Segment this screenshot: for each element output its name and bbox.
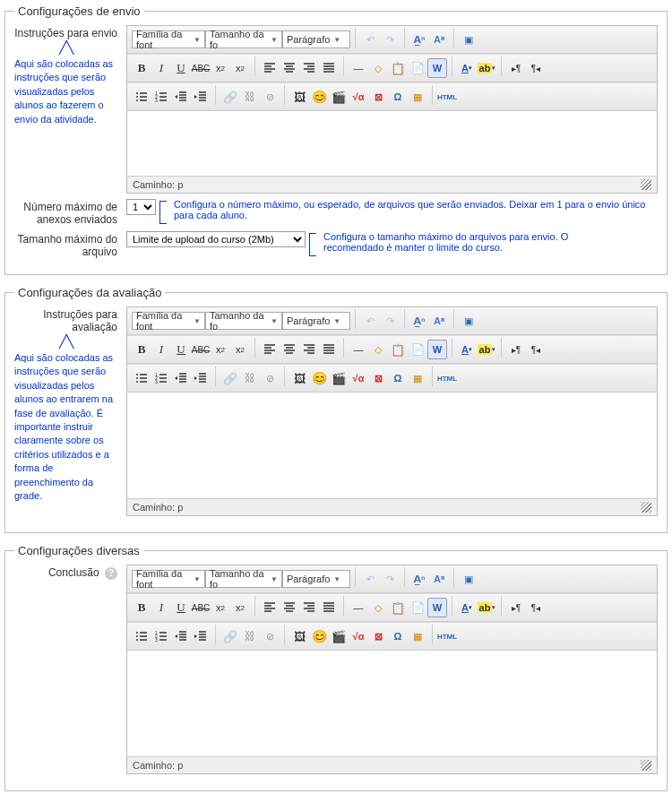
- strikethrough-button[interactable]: ABC: [191, 340, 211, 359]
- align-center-button[interactable]: [280, 340, 299, 359]
- paste-text-button[interactable]: 📄: [408, 598, 427, 617]
- find-button[interactable]: Aᵃ: [429, 30, 449, 49]
- nonbreaking-button[interactable]: ⊠: [368, 87, 388, 107]
- font-family-select[interactable]: Família da font▼: [132, 570, 205, 588]
- subscript-button[interactable]: x2: [211, 598, 230, 617]
- table-button[interactable]: ▦: [408, 87, 427, 107]
- bg-color-button[interactable]: ab▾: [477, 340, 496, 359]
- max-size-select[interactable]: Limite de upload do curso (2Mb): [126, 231, 306, 247]
- find-replace-button[interactable]: A̲ⁿ: [409, 569, 429, 589]
- underline-button[interactable]: U: [171, 598, 191, 617]
- italic-button[interactable]: I: [151, 58, 171, 78]
- indent-button[interactable]: [191, 87, 211, 107]
- format-select[interactable]: Parágrafo▼: [282, 30, 350, 48]
- underline-button[interactable]: U: [171, 340, 191, 359]
- paste-text-button[interactable]: 📄: [408, 340, 427, 359]
- bold-button[interactable]: B: [132, 58, 151, 78]
- ltr-button[interactable]: ▸¶: [506, 58, 526, 78]
- html-button[interactable]: HTML: [437, 368, 457, 388]
- unlink-button[interactable]: ⛓: [240, 87, 260, 107]
- hr-button[interactable]: —: [349, 598, 368, 617]
- italic-button[interactable]: I: [151, 598, 171, 617]
- link-button[interactable]: 🔗: [220, 368, 240, 388]
- find-replace-button[interactable]: A̲ⁿ: [409, 311, 429, 331]
- nolink-button[interactable]: ⊘: [260, 87, 280, 107]
- media-button[interactable]: 🎬: [329, 368, 349, 388]
- nolink-button[interactable]: ⊘: [260, 626, 280, 646]
- align-center-button[interactable]: [280, 598, 299, 617]
- indent-button[interactable]: [191, 626, 211, 646]
- ol-button[interactable]: 123: [151, 368, 171, 388]
- link-button[interactable]: 🔗: [220, 87, 240, 107]
- paste-button[interactable]: 📋: [388, 598, 408, 617]
- equation-button[interactable]: √α: [349, 626, 368, 646]
- bg-color-button[interactable]: ab▾: [477, 58, 496, 78]
- strikethrough-button[interactable]: ABC: [191, 58, 211, 78]
- paste-word-button[interactable]: W: [427, 58, 447, 78]
- superscript-button[interactable]: x2: [230, 598, 250, 617]
- align-left-button[interactable]: [260, 340, 280, 359]
- ul-button[interactable]: [132, 626, 151, 646]
- align-left-button[interactable]: [260, 58, 280, 78]
- rtl-button[interactable]: ¶◂: [526, 58, 546, 78]
- strikethrough-button[interactable]: ABC: [191, 598, 211, 617]
- equation-button[interactable]: √α: [349, 368, 368, 388]
- text-color-button[interactable]: A▾: [457, 340, 477, 359]
- find-button[interactable]: Aᵃ: [429, 311, 449, 331]
- help-icon[interactable]: ?: [105, 567, 117, 580]
- italic-button[interactable]: I: [151, 340, 171, 359]
- hr-button[interactable]: —: [349, 340, 368, 359]
- emoticon-button[interactable]: 😊: [309, 626, 329, 646]
- nonbreaking-button[interactable]: ⊠: [368, 368, 388, 388]
- format-select[interactable]: Parágrafo▼: [282, 312, 350, 330]
- rte-textarea-avaliacao[interactable]: [127, 393, 657, 498]
- text-color-button[interactable]: A▾: [457, 58, 477, 78]
- image-button[interactable]: 🖼: [289, 626, 309, 646]
- emoticon-button[interactable]: 😊: [309, 368, 329, 388]
- align-left-button[interactable]: [260, 598, 280, 617]
- superscript-button[interactable]: x2: [230, 58, 250, 78]
- ol-button[interactable]: 123: [151, 87, 171, 107]
- underline-button[interactable]: U: [171, 58, 191, 78]
- nonbreaking-button[interactable]: ⊠: [368, 626, 388, 646]
- remove-format-button[interactable]: ◇: [368, 340, 388, 359]
- outdent-button[interactable]: [171, 87, 191, 107]
- charmap-button[interactable]: Ω: [388, 626, 408, 646]
- subscript-button[interactable]: x2: [211, 340, 230, 359]
- redo-button[interactable]: ↷: [380, 30, 400, 49]
- media-button[interactable]: 🎬: [329, 87, 349, 107]
- redo-button[interactable]: ↷: [380, 311, 400, 331]
- redo-button[interactable]: ↷: [380, 569, 400, 589]
- superscript-button[interactable]: x2: [230, 340, 250, 359]
- table-button[interactable]: ▦: [408, 368, 427, 388]
- rte-textarea-envio[interactable]: [127, 111, 657, 176]
- align-right-button[interactable]: [299, 340, 319, 359]
- media-button[interactable]: 🎬: [329, 626, 349, 646]
- undo-button[interactable]: ↶: [360, 311, 380, 331]
- rte-textarea-conclusao[interactable]: [127, 651, 657, 756]
- unlink-button[interactable]: ⛓: [240, 368, 260, 388]
- find-button[interactable]: Aᵃ: [429, 569, 449, 589]
- fullscreen-button[interactable]: ▣: [459, 569, 478, 589]
- bg-color-button[interactable]: ab▾: [477, 598, 496, 617]
- align-center-button[interactable]: [280, 58, 299, 78]
- max-files-select[interactable]: 1: [126, 199, 156, 215]
- resize-handle[interactable]: [641, 179, 651, 190]
- find-replace-button[interactable]: A̲ⁿ: [409, 30, 429, 49]
- charmap-button[interactable]: Ω: [388, 87, 408, 107]
- justify-button[interactable]: [319, 598, 339, 617]
- font-size-select[interactable]: Tamanho da fo▼: [205, 570, 282, 588]
- emoticon-button[interactable]: 😊: [309, 87, 329, 107]
- format-select[interactable]: Parágrafo▼: [282, 570, 350, 588]
- bold-button[interactable]: B: [132, 340, 151, 359]
- outdent-button[interactable]: [171, 626, 191, 646]
- paste-button[interactable]: 📋: [388, 58, 408, 78]
- nolink-button[interactable]: ⊘: [260, 368, 280, 388]
- remove-format-button[interactable]: ◇: [368, 598, 388, 617]
- font-family-select[interactable]: Família da font▼: [132, 30, 205, 48]
- paste-button[interactable]: 📋: [388, 340, 408, 359]
- ul-button[interactable]: [132, 87, 151, 107]
- paste-word-button[interactable]: W: [427, 340, 447, 359]
- ltr-button[interactable]: ▸¶: [506, 340, 526, 359]
- justify-button[interactable]: [319, 58, 339, 78]
